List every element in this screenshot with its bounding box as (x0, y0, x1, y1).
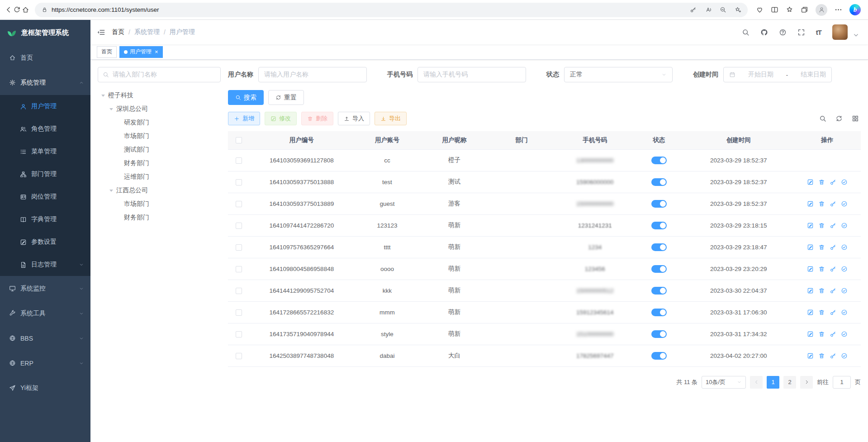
status-toggle[interactable] (651, 222, 667, 229)
breadcrumb-system[interactable]: 系统管理 (134, 28, 160, 36)
edit-button[interactable]: 修改 (265, 112, 297, 125)
select-all-checkbox[interactable] (236, 137, 242, 143)
row-checkbox[interactable] (236, 331, 242, 337)
delete-row-button[interactable] (818, 200, 825, 207)
delete-button[interactable]: 删除 (301, 112, 333, 125)
column-header[interactable]: 用户账号 (354, 131, 421, 149)
edit-row-button[interactable] (807, 287, 814, 294)
delete-row-button[interactable] (818, 352, 825, 359)
refresh-table-icon[interactable] (835, 115, 843, 122)
copilot-icon[interactable]: b (849, 4, 861, 15)
status-toggle[interactable] (651, 200, 667, 208)
edit-row-button[interactable] (807, 244, 814, 251)
edit-row-button[interactable] (807, 309, 814, 316)
page-1-button[interactable]: 1 (767, 376, 779, 389)
sidebar-item-home[interactable]: 首页 (0, 45, 90, 70)
reset-password-button[interactable] (830, 244, 836, 251)
assign-role-button[interactable] (841, 222, 848, 229)
add-favorite-icon[interactable] (735, 6, 741, 13)
edit-row-button[interactable] (807, 200, 814, 207)
dept-search-input[interactable]: 请输入部门名称 (98, 67, 221, 82)
page-2-button[interactable]: 2 (783, 376, 796, 389)
split-screen-icon[interactable] (771, 6, 778, 14)
edit-row-button[interactable] (807, 352, 814, 359)
assign-role-button[interactable] (841, 352, 848, 359)
font-size-icon[interactable]: tT (816, 29, 821, 36)
search-icon[interactable] (742, 29, 749, 36)
assign-role-button[interactable] (841, 287, 848, 294)
next-page-button[interactable] (800, 376, 813, 389)
browser-profile-avatar[interactable] (816, 4, 827, 16)
reset-password-button[interactable] (830, 266, 836, 272)
goto-page-input[interactable]: 1 (833, 376, 851, 389)
fullscreen-icon[interactable] (797, 29, 805, 36)
reset-password-button[interactable] (830, 200, 836, 207)
tree-node[interactable]: 深圳总公司 (98, 102, 221, 116)
delete-row-button[interactable] (818, 222, 825, 229)
sidebar-item-system-tools[interactable]: 系统工具 (0, 301, 90, 326)
delete-row-button[interactable] (818, 244, 825, 251)
status-toggle[interactable] (651, 309, 667, 316)
reset-password-button[interactable] (830, 309, 836, 316)
add-button[interactable]: 新增 (228, 112, 260, 125)
column-header[interactable]: 状态 (635, 131, 683, 149)
sidebar-item-user-mgmt[interactable]: 用户管理 (0, 95, 90, 118)
status-select[interactable]: 正常 (564, 67, 673, 82)
github-icon[interactable] (760, 29, 768, 36)
date-range-picker[interactable]: 开始日期 - 结束日期 (723, 67, 832, 82)
page-size-select[interactable]: 10条/页 (702, 376, 746, 389)
tree-expand-icon[interactable] (101, 95, 105, 97)
edit-row-button[interactable] (807, 331, 814, 337)
refresh-icon[interactable] (13, 6, 21, 14)
column-header[interactable]: 用户编号 (250, 131, 354, 149)
browser-menu-icon[interactable] (835, 6, 842, 14)
username-input[interactable]: 请输入用户名称 (258, 67, 367, 82)
export-button[interactable]: 导出 (375, 112, 407, 125)
tag-home[interactable]: 首页 (97, 46, 117, 58)
reset-button[interactable]: 重置 (268, 90, 304, 105)
sidebar-item-param-settings[interactable]: 参数设置 (0, 231, 90, 253)
browser-essentials-icon[interactable] (756, 6, 764, 14)
column-header[interactable]: 操作 (793, 131, 861, 149)
sidebar-item-menu-mgmt[interactable]: 菜单管理 (0, 140, 90, 163)
reset-password-button[interactable] (830, 331, 836, 337)
reset-password-button[interactable] (830, 179, 836, 185)
tree-node[interactable]: 运维部门 (98, 170, 221, 184)
delete-row-button[interactable] (818, 331, 825, 337)
tree-expand-icon[interactable] (109, 108, 113, 110)
tree-node[interactable]: 橙子科技 (98, 89, 221, 102)
search-button[interactable]: 搜索 (228, 90, 264, 105)
tag-user-mgmt[interactable]: 用户管理 × (119, 46, 163, 58)
sidebar-toggle-icon[interactable] (97, 28, 105, 37)
sidebar-item-post-mgmt[interactable]: 岗位管理 (0, 185, 90, 208)
column-header[interactable]: 用户昵称 (421, 131, 488, 149)
row-checkbox[interactable] (236, 353, 242, 359)
delete-row-button[interactable] (818, 266, 825, 272)
browser-home-icon[interactable] (22, 6, 29, 14)
status-toggle[interactable] (651, 178, 667, 186)
row-checkbox[interactable] (236, 266, 242, 272)
row-checkbox[interactable] (236, 179, 242, 185)
row-checkbox[interactable] (236, 288, 242, 294)
password-key-icon[interactable] (690, 6, 697, 13)
close-icon[interactable]: × (154, 49, 158, 55)
edit-row-button[interactable] (807, 222, 814, 229)
zoom-out-icon[interactable] (720, 6, 726, 13)
delete-row-button[interactable] (818, 287, 825, 294)
tree-node[interactable]: 市场部门 (98, 197, 221, 211)
column-header[interactable]: 创建时间 (683, 131, 793, 149)
user-avatar[interactable] (832, 24, 848, 40)
row-checkbox[interactable] (236, 244, 242, 251)
reset-password-button[interactable] (830, 352, 836, 359)
back-icon[interactable] (5, 6, 12, 14)
status-toggle[interactable] (651, 157, 667, 164)
prev-page-button[interactable] (750, 376, 763, 389)
sidebar-item-system-monitor[interactable]: 系统监控 (0, 276, 90, 301)
favorites-icon[interactable] (786, 6, 793, 14)
sidebar-item-role-mgmt[interactable]: 角色管理 (0, 118, 90, 140)
help-icon[interactable] (779, 29, 787, 36)
address-bar[interactable]: https://ccnetcore.com:1101/system/user (35, 3, 748, 17)
sidebar-item-dict-mgmt[interactable]: 字典管理 (0, 208, 90, 231)
row-checkbox[interactable] (236, 157, 242, 164)
status-toggle[interactable] (651, 265, 667, 273)
